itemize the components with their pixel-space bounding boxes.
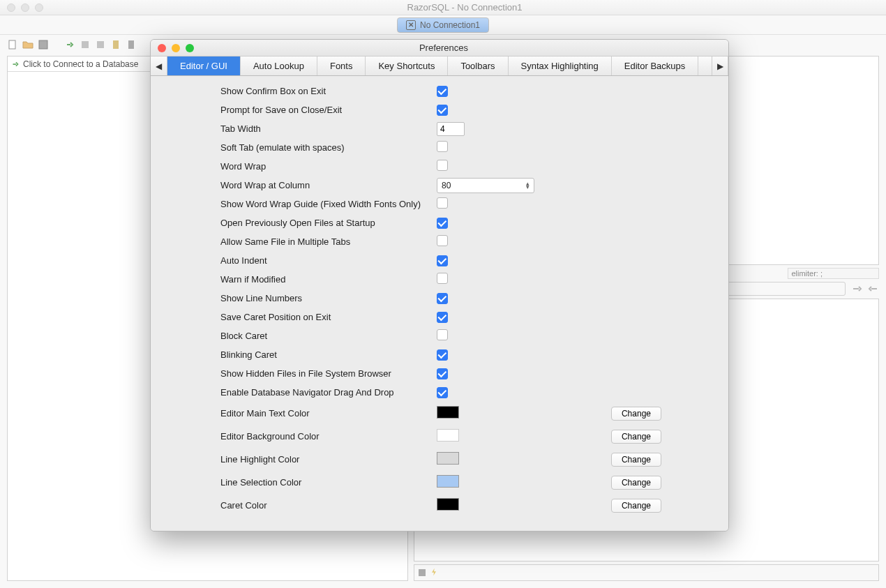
color-swatch-line-highlight-color (437, 452, 459, 465)
arrow-right-icon[interactable] (851, 283, 862, 294)
minimize-icon[interactable] (21, 3, 29, 12)
pref-row: Show Hidden Files in File System Browser (158, 364, 710, 383)
status-bar (414, 564, 879, 581)
pref-row: Word Wrap at Column80▴▾ (158, 176, 710, 195)
new-file-icon[interactable] (7, 39, 18, 50)
preferences-body: Show Confirm Box on ExitPrompt for Save … (151, 76, 728, 531)
pref-label: Warn if Modified (220, 274, 437, 285)
preferences-titlebar: Preferences (151, 40, 728, 56)
preferences-tabs: ◀ Editor / GUIAuto LookupFontsKey Shortc… (151, 56, 728, 76)
open-folder-icon[interactable] (22, 39, 33, 50)
connection-tab-label: No Connection1 (420, 20, 480, 30)
pref-row: Show Confirm Box on Exit (158, 82, 710, 100)
checkbox-show-word-wrap-guide-fixed-width-fonts-only-[interactable] (437, 197, 448, 209)
checkbox-show-line-numbers[interactable] (437, 293, 448, 304)
pref-row: Auto Indent (158, 251, 710, 270)
pref-label: Show Line Numbers (220, 293, 437, 303)
connect-prompt-label: Click to Connect to a Database (23, 59, 138, 69)
pref-label: Prompt for Save on Close/Exit (220, 105, 437, 115)
checkbox-save-caret-position-on-exit[interactable] (437, 312, 448, 323)
pref-label: Tab Width (220, 123, 437, 134)
save-icon[interactable] (38, 39, 49, 50)
change-button-editor-main-text-color[interactable]: Change (611, 407, 661, 421)
tool-icon[interactable] (110, 39, 121, 50)
change-button-line-highlight-color[interactable]: Change (611, 453, 661, 467)
pref-label: Editor Background Color (220, 431, 437, 442)
pref-label: Block Caret (220, 331, 437, 341)
checkbox-open-previously-open-files-at-startup[interactable] (437, 218, 448, 229)
pref-label: Word Wrap (220, 161, 437, 172)
connection-tabs-bar: ✕ No Connection1 (0, 15, 886, 35)
input-tab-width[interactable] (437, 122, 465, 136)
tab-key-shortcuts[interactable]: Key Shortcuts (366, 56, 448, 75)
status-bolt-icon[interactable] (430, 568, 438, 578)
pref-label: Allow Same File in Multiple Tabs (220, 236, 437, 247)
change-button-caret-color[interactable]: Change (611, 499, 661, 513)
pref-row: Enable Database Navigator Drag And Drop (158, 383, 710, 402)
pref-row: Line Selection ColorChange (158, 471, 710, 494)
pref-label: Auto Indent (220, 255, 437, 266)
checkbox-warn-if-modified[interactable] (437, 273, 448, 284)
checkbox-enable-database-navigator-drag-and-drop[interactable] (437, 387, 448, 398)
change-button-editor-background-color[interactable]: Change (611, 430, 661, 444)
close-icon[interactable] (7, 3, 15, 12)
combo-word-wrap-at-column[interactable]: 80▴▾ (437, 178, 534, 193)
tab-syntax-highlighting[interactable]: Syntax Highlighting (509, 56, 612, 75)
connection-tab[interactable]: ✕ No Connection1 (397, 17, 489, 33)
tab-editor-backups[interactable]: Editor Backups (612, 56, 698, 75)
pref-row: Word Wrap (158, 157, 710, 176)
pref-row: Tab Width (158, 119, 710, 138)
preferences-title: Preferences (159, 43, 728, 53)
checkbox-auto-indent[interactable] (437, 255, 448, 266)
arrow-left-icon[interactable] (868, 283, 879, 294)
pref-label: Word Wrap at Column (220, 180, 437, 190)
svg-rect-3 (97, 41, 104, 48)
pref-label: Enable Database Navigator Drag And Drop (220, 387, 437, 398)
status-sq-icon (419, 569, 426, 576)
tool2-icon[interactable] (126, 39, 137, 50)
pref-row: Caret ColorChange (158, 494, 710, 517)
pref-label: Caret Color (220, 500, 437, 511)
svg-rect-1 (39, 40, 47, 49)
pref-label: Save Caret Position on Exit (220, 312, 437, 322)
main-titlebar: RazorSQL - No Connection1 (0, 0, 886, 15)
color-swatch-line-selection-color (437, 475, 459, 488)
color-swatch-editor-main-text-color (437, 406, 459, 419)
tabs-scroll-left[interactable]: ◀ (151, 56, 167, 75)
checkbox-show-hidden-files-in-file-system-browser[interactable] (437, 368, 448, 379)
main-title: RazorSQL - No Connection1 (43, 2, 886, 13)
zoom-icon[interactable] (35, 3, 43, 12)
preferences-scroll[interactable]: Show Confirm Box on ExitPrompt for Save … (158, 82, 710, 529)
pref-row: Show Word Wrap Guide (Fixed Width Fonts … (158, 195, 710, 213)
checkbox-block-caret[interactable] (437, 329, 448, 340)
change-button-line-selection-color[interactable]: Change (611, 476, 661, 490)
pref-row: Allow Same File in Multiple Tabs (158, 232, 710, 251)
checkbox-blinking-caret[interactable] (437, 349, 448, 361)
checkbox-allow-same-file-in-multiple-tabs[interactable] (437, 235, 448, 246)
pref-label: Show Hidden Files in File System Browser (220, 368, 437, 379)
checkbox-word-wrap[interactable] (437, 160, 448, 171)
tab-fonts[interactable]: Fonts (317, 56, 366, 75)
pref-row: Editor Main Text ColorChange (158, 402, 710, 425)
pref-label: Soft Tab (emulate with spaces) (220, 142, 437, 153)
tab-toolbars[interactable]: Toolbars (448, 56, 508, 75)
db-icon[interactable] (95, 39, 106, 50)
tab-auto-lookup[interactable]: Auto Lookup (241, 56, 317, 75)
pref-row: Line Highlight ColorChange (158, 448, 710, 471)
pref-label: Show Word Wrap Guide (Fixed Width Fonts … (220, 199, 437, 209)
tabs-scroll-right[interactable]: ▶ (712, 56, 728, 75)
checkbox-soft-tab-emulate-with-spaces-[interactable] (437, 141, 448, 152)
pref-row: Block Caret (158, 326, 710, 345)
disconnect-icon[interactable] (80, 39, 91, 50)
close-tab-icon[interactable]: ✕ (406, 20, 416, 30)
pref-row: Show Line Numbers (158, 289, 710, 308)
checkbox-prompt-for-save-on-close-exit[interactable] (437, 105, 448, 116)
pref-row: Warn if Modified (158, 270, 710, 289)
checkbox-show-confirm-box-on-exit[interactable] (437, 86, 448, 97)
svg-rect-0 (9, 40, 15, 49)
pref-label: Editor Main Text Color (220, 408, 437, 419)
pref-row: Open Previously Open Files at Startup (158, 213, 710, 232)
tab-editor-gui[interactable]: Editor / GUI (167, 56, 241, 75)
color-swatch-editor-background-color (437, 429, 459, 442)
connect-icon[interactable] (64, 39, 75, 50)
